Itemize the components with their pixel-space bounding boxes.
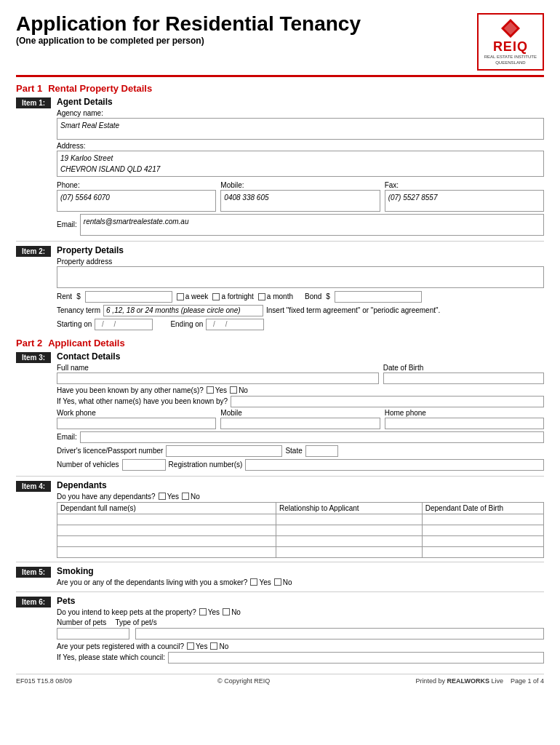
mobile-field[interactable]: 0408 338 605 — [220, 190, 380, 212]
dependants-table: Dependant full name(s) Relationship to A… — [57, 502, 544, 558]
fax-field[interactable]: (07) 5527 8557 — [385, 190, 544, 212]
tenancy-input[interactable] — [103, 305, 263, 316]
work-phone-input[interactable] — [57, 418, 216, 429]
dep-col3-header: Dependant Date of Birth — [422, 502, 543, 514]
dep-dob-2[interactable] — [422, 525, 543, 535]
dep-rel-3[interactable] — [276, 535, 423, 546]
council-name-row: If Yes, please state which council: — [57, 652, 544, 664]
dep-dob-3[interactable] — [422, 535, 543, 546]
starting-label: Starting on — [57, 320, 92, 328]
reg-input[interactable] — [245, 459, 544, 471]
dep-name-4[interactable] — [57, 546, 276, 557]
logo-line1: REAL ESTATE INSTITUTE — [484, 55, 537, 60]
ending-input[interactable] — [206, 319, 264, 330]
tenancy-note: Insert "fixed term agreement" or "period… — [266, 306, 440, 314]
ending-label: Ending on — [170, 320, 203, 328]
item3-mobile-input[interactable] — [220, 418, 380, 429]
email-row: Email: rentals@smartrealestate.com.au — [57, 214, 544, 236]
rent-input[interactable] — [85, 291, 172, 303]
footer-left: EF015 T15.8 08/09 — [16, 677, 72, 685]
pets-no-label: No — [231, 608, 241, 616]
fortnight-label: a fortnight — [221, 292, 253, 300]
item3-email-input[interactable] — [80, 431, 544, 443]
name-dob-row: Full name Date of Birth — [57, 364, 544, 384]
num-pets-input[interactable] — [57, 628, 129, 640]
yes-checkbox-group: Yes — [207, 386, 227, 394]
dep-no-checkbox[interactable] — [182, 493, 189, 500]
item5-content: Smoking Are you or any of the dependants… — [57, 566, 544, 588]
month-checkbox[interactable] — [258, 293, 265, 300]
dep-rel-2[interactable] — [276, 525, 423, 535]
starting-input[interactable] — [95, 319, 153, 330]
council-q-row: Are your pets registered with a council?… — [57, 642, 544, 650]
part1-title: Rental Property Details — [48, 83, 152, 94]
dep-name-3[interactable] — [57, 535, 276, 546]
smoking-q: Are you or any of the dependants living … — [57, 578, 247, 586]
week-label: a week — [185, 292, 209, 300]
licence-label: Driver's licence/Passport number — [57, 447, 163, 455]
no-label: No — [239, 386, 248, 394]
dep-dob-4[interactable] — [422, 546, 543, 557]
fortnight-checkbox-group: a fortnight — [212, 292, 253, 300]
council-name-input[interactable] — [168, 652, 544, 664]
state-input[interactable] — [305, 445, 338, 457]
dep-rel-1[interactable] — [276, 514, 423, 525]
pets-num-row: Number of pets Type of pet/s — [57, 618, 544, 626]
bond-input[interactable] — [335, 291, 422, 303]
item3-title: Contact Details — [57, 351, 544, 362]
full-name-label: Full name — [57, 364, 379, 372]
fax-label: Fax: — [385, 181, 544, 189]
bond-prefix: $ — [326, 292, 330, 300]
licence-row: Driver's licence/Passport number State — [57, 445, 544, 457]
full-name-input[interactable] — [57, 372, 379, 384]
other-names-row: Have you been known by any other name(s)… — [57, 386, 544, 394]
item6-title: Pets — [57, 596, 544, 606]
other-names-yes-checkbox[interactable] — [207, 386, 214, 394]
item1-badge: Item 1: — [16, 97, 51, 108]
smoke-yes-group: Yes — [250, 578, 271, 586]
fortnight-checkbox[interactable] — [212, 293, 220, 300]
vehicles-input[interactable] — [122, 459, 166, 471]
dep-yes-group: Yes — [159, 493, 179, 501]
pets-no-group: No — [223, 608, 241, 616]
dob-label: Date of Birth — [383, 364, 544, 372]
item1-row: Item 1: Agent Details Agency name: Smart… — [16, 97, 544, 237]
dep-col2-header: Relationship to Applicant — [276, 502, 423, 514]
dob-input[interactable] — [383, 372, 544, 384]
type-pets-input[interactable] — [135, 628, 544, 640]
prop-address-input[interactable] — [57, 266, 544, 288]
other-names-no-checkbox[interactable] — [230, 386, 237, 394]
smoke-yes-checkbox[interactable] — [250, 578, 257, 586]
pets-no-checkbox[interactable] — [223, 608, 230, 615]
item3-content: Contact Details Full name Date of Birth … — [57, 351, 544, 472]
phone-row: Work phone Mobile Home phone — [57, 409, 544, 429]
other-names-input[interactable] — [231, 396, 544, 407]
council-no-group: No — [210, 642, 228, 650]
page-subtitle: (One application to be completed per per… — [16, 36, 361, 46]
smoke-no-checkbox[interactable] — [274, 578, 281, 586]
mobile-label: Mobile: — [220, 181, 380, 189]
dependants-q-row: Do you have any dependants? Yes No — [57, 493, 544, 501]
work-phone-label: Work phone — [57, 409, 216, 417]
home-phone-input[interactable] — [385, 418, 544, 429]
dep-name-2[interactable] — [57, 525, 276, 535]
phone-field[interactable]: (07) 5564 6070 — [57, 190, 216, 212]
agency-name-field[interactable]: Smart Real Estate — [57, 118, 544, 140]
dep-rel-4[interactable] — [276, 546, 423, 557]
item6-row: Item 6: Pets Do you intend to keep pets … — [16, 596, 544, 665]
council-yes-label: Yes — [196, 642, 207, 650]
council-no-checkbox[interactable] — [210, 642, 217, 650]
item5-badge: Item 5: — [16, 567, 51, 578]
dep-dob-1[interactable] — [422, 514, 543, 525]
council-yes-checkbox[interactable] — [187, 642, 194, 650]
address-field[interactable]: 19 Karloo Street CHEVRON ISLAND QLD 4217 — [57, 151, 544, 177]
email-field[interactable]: rentals@smartrealestate.com.au — [80, 214, 544, 236]
week-checkbox[interactable] — [177, 293, 184, 300]
item1-title: Agent Details — [57, 97, 544, 107]
dep-no-group: No — [182, 493, 200, 501]
agency-name-value: Smart Real Estate — [60, 121, 119, 130]
dep-yes-checkbox[interactable] — [159, 493, 166, 500]
pets-yes-checkbox[interactable] — [199, 608, 207, 615]
dep-name-1[interactable] — [57, 514, 276, 525]
licence-input[interactable] — [166, 445, 282, 457]
